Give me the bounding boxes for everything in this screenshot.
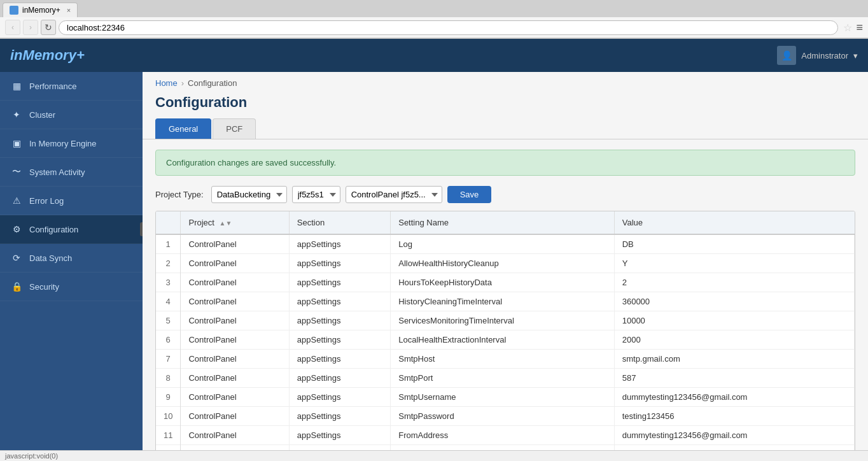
controls-row: Project Type: DataBucketing jf5z5s1 Cont… [143,186,868,211]
address-bar[interactable] [59,20,838,35]
tab-pcf[interactable]: PCF [213,118,256,139]
row-section: appSettings [289,273,390,292]
row-project: ControlPanel [181,311,289,330]
row-setting: SmtpPassword [391,407,614,426]
avatar: 👤 [777,46,796,65]
table-row[interactable]: 9 ControlPanel appSettings SmtpUsername … [156,388,855,407]
row-value: smtp.gmail.com [614,350,854,369]
col-value: Value [614,211,854,234]
table-row[interactable]: 8 ControlPanel appSettings SmtpPort 587 [156,369,855,388]
row-section: appSettings [289,388,390,407]
browser-tab[interactable]: inMemory+ × [3,3,78,17]
row-section: appSettings [289,426,390,445]
row-num: 9 [156,388,181,407]
col-num [156,211,181,234]
row-project: ControlPanel [181,292,289,311]
status-bar: javascript:void(0) [0,450,868,454]
row-value: 2 [614,273,854,292]
row-section: appSettings [289,292,390,311]
sidebar-item-performance[interactable]: ▦ Performance [0,72,143,101]
row-setting: HoursToKeepHistoryData [391,273,614,292]
sidebar-item-data-synch[interactable]: ⟳ Data Synch [0,244,143,273]
sidebar-item-security[interactable]: 🔒 Security [0,273,143,301]
table-row[interactable]: 2 ControlPanel appSettings AllowHealthHi… [156,254,855,273]
row-project: ControlPanel [181,273,289,292]
tab-title: inMemory+ [22,6,60,15]
tab-favicon [10,6,18,15]
security-icon: 🔒 [10,280,23,293]
user-dropdown-icon[interactable]: ▾ [853,51,858,60]
row-value: testing123456 [614,407,854,426]
performance-icon: ▦ [10,80,23,92]
sidebar-item-system-activity[interactable]: 〜 System Activity [0,158,143,187]
sidebar-tooltip: Configuration [140,222,143,236]
row-value: dummytesting123456@gmail.com [614,388,854,407]
row-num: 8 [156,369,181,388]
sidebar-item-label: Error Log [29,196,64,206]
breadcrumb: Home › Configuration [143,72,868,94]
app-header: inMemory+ 👤 Adminstrator ▾ [0,39,868,72]
breadcrumb-home[interactable]: Home [155,78,178,88]
row-project: ControlPanel [181,350,289,369]
control-panel-select[interactable]: ControlPanel jf5z5... [346,186,442,203]
row-value: 10000 [614,311,854,330]
table-row[interactable]: 4 ControlPanel appSettings HistoryCleani… [156,292,855,311]
row-section: appSettings [289,330,390,350]
row-setting: SmtpUsername [391,388,614,407]
row-value: dummytesting123456@gmail.com [614,426,854,445]
row-project: ControlPanel [181,369,289,388]
sidebar-item-in-memory-engine[interactable]: ▣ In Memory Engine [0,129,143,158]
row-setting: HistoryCleaningTimeInterval [391,292,614,311]
app-logo: inMemory+ [10,47,85,64]
row-project: ControlPanel [181,388,289,407]
table-row[interactable]: 11 ControlPanel appSettings FromAddress … [156,426,855,445]
row-section: appSettings [289,369,390,388]
browser-chrome: inMemory+ × ‹ › ↻ ☆ ≡ [0,0,868,39]
sidebar-item-label: Configuration [29,225,78,234]
table-row[interactable]: 3 ControlPanel appSettings HoursToKeepHi… [156,273,855,292]
row-value: DB [614,234,854,254]
back-button[interactable]: ‹ [5,20,20,35]
project-type-select[interactable]: DataBucketing [211,186,287,203]
tab-general[interactable]: General [155,118,211,139]
user-area: 👤 Adminstrator ▾ [777,46,858,65]
row-num: 3 [156,273,181,292]
content-area: Home › Configuration Configuration Gener… [143,72,868,454]
sidebar: ▦ Performance ✦ Cluster ▣ In Memory Engi… [0,72,143,454]
save-button[interactable]: Save [447,186,492,203]
browser-menu-icon[interactable]: ≡ [856,21,863,34]
sidebar-item-error-log[interactable]: ⚠ Error Log [0,187,143,215]
tab-navigation: General PCF [143,118,868,139]
nav-bar: ‹ › ↻ ☆ ≡ [0,17,868,38]
breadcrumb-separator: › [181,78,184,88]
sidebar-item-cluster[interactable]: ✦ Cluster [0,101,143,129]
row-num: 11 [156,426,181,445]
table-row[interactable]: 10 ControlPanel appSettings SmtpPassword… [156,407,855,426]
table-row[interactable]: 6 ControlPanel appSettings LocalHealthEx… [156,330,855,350]
row-setting: Log [391,234,614,254]
row-section: appSettings [289,234,390,254]
system-activity-icon: 〜 [10,166,23,178]
project-id-select[interactable]: jf5z5s1 [292,186,340,203]
row-num: 2 [156,254,181,273]
col-project: Project ▲▼ [181,211,289,234]
bookmark-icon[interactable]: ☆ [843,22,852,34]
error-log-icon: ⚠ [10,194,23,207]
row-setting: SmtpHost [391,350,614,369]
sidebar-item-label: Cluster [29,110,55,120]
row-num: 5 [156,311,181,330]
table-row[interactable]: 7 ControlPanel appSettings SmtpHost smtp… [156,350,855,369]
table-row[interactable]: 5 ControlPanel appSettings ServicesMonit… [156,311,855,330]
table-row[interactable]: 1 ControlPanel appSettings Log DB [156,234,855,254]
sidebar-item-configuration[interactable]: ⚙ Configuration Configuration [0,215,143,244]
data-table-wrapper: Project ▲▼ Section Setting Name Value 1 … [155,211,855,454]
forward-button[interactable]: › [23,20,38,35]
memory-engine-icon: ▣ [10,137,23,150]
refresh-button[interactable]: ↻ [41,20,56,35]
page-title: Configuration [143,94,868,118]
row-section: appSettings [289,407,390,426]
tab-close-btn[interactable]: × [67,6,71,14]
row-project: ControlPanel [181,234,289,254]
col-section: Section [289,211,390,234]
sidebar-item-label: System Activity [29,167,85,177]
